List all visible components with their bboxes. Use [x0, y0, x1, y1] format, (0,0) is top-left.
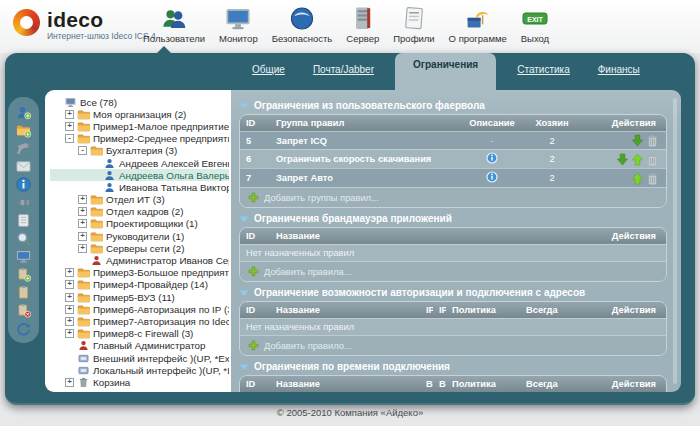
tree-item[interactable]: +Руководители (1)	[50, 230, 229, 242]
folder-icon	[77, 316, 90, 327]
tree-item[interactable]: Андреев Алексей Евгеньевич	[50, 157, 229, 169]
tab-статистика[interactable]: Статистика	[517, 64, 570, 75]
expand-toggle-icon[interactable]: +	[65, 317, 74, 326]
expand-toggle-icon[interactable]: +	[65, 110, 74, 119]
folder-icon	[77, 109, 90, 120]
tree-item[interactable]: Иванова Татьяна Викторована	[50, 181, 229, 193]
expand-toggle-icon[interactable]: +	[78, 219, 87, 228]
trash-node-icon	[77, 377, 90, 388]
add-rule-link[interactable]: Добавить правило...	[240, 335, 666, 355]
tab-почта-jabber[interactable]: Почта/Jabber	[313, 64, 374, 75]
tree-item[interactable]: +Пример6-Авторизация по IP (3)	[50, 303, 229, 315]
tree-item[interactable]: +Пример8-с Firewall (3)	[50, 328, 229, 340]
tree-item[interactable]: +Пример5-ВУЗ (11)	[50, 291, 229, 303]
rule-owner-cell: 2	[524, 152, 580, 166]
refresh-icon[interactable]	[16, 321, 31, 336]
delete-icon[interactable]	[647, 153, 658, 166]
expand-toggle-icon[interactable]: +	[65, 305, 74, 314]
add-rule-link[interactable]: Добавить группы правил...	[240, 187, 666, 207]
tab-общие[interactable]: Общие	[252, 64, 285, 75]
collapse-arrow-icon[interactable]	[239, 214, 249, 224]
collapse-toggle-icon[interactable]: -	[65, 134, 74, 143]
add-user-icon[interactable]	[16, 105, 31, 120]
delete-icon[interactable]	[647, 134, 658, 147]
rule-row[interactable]: 5Запрет ICQ-2	[240, 131, 666, 149]
active-nav-notch	[157, 46, 171, 53]
tab-ограничения[interactable]: Ограничения	[395, 53, 496, 90]
rule-name-cell: Запрет Авто	[270, 171, 460, 185]
monitor-icon[interactable]	[16, 249, 31, 264]
collapse-toggle-icon[interactable]: -	[78, 146, 87, 155]
tree-item[interactable]: Главный Администратор	[50, 340, 229, 352]
copy-add-icon[interactable]	[16, 267, 31, 282]
list-icon[interactable]	[16, 213, 31, 228]
tree-item[interactable]: +Пример1-Малое предприятие	[50, 120, 229, 132]
tree-item[interactable]: +Проектировщики (1)	[50, 218, 229, 230]
delete-icon[interactable]	[16, 303, 31, 318]
tree-item[interactable]: +Пример4-Провайдер (14)	[50, 279, 229, 291]
tree-item[interactable]: Внешний интерфейс )(UP, *External, Ether…	[50, 352, 229, 364]
tree-item[interactable]: +Отдел ИТ (3)	[50, 194, 229, 206]
move-up-icon[interactable]	[632, 172, 643, 185]
expand-toggle-icon[interactable]: +	[78, 195, 87, 204]
restriction-section: Ограничения из пользовательского фаервол…	[239, 100, 667, 208]
nav-item-server[interactable]: Сервер	[339, 6, 386, 44]
expand-toggle-icon[interactable]: +	[78, 207, 87, 216]
rule-row[interactable]: 7Запрет Авто2	[240, 168, 666, 187]
delete-icon[interactable]	[647, 172, 658, 185]
app-header: ideco Интернет-шлюз Ideco ICS 4 Пользова…	[0, 0, 700, 53]
nav-item-exit[interactable]: EXITВыход	[514, 6, 556, 44]
tree-item[interactable]: -Бухгалтерия (3)	[50, 145, 229, 157]
move-down-icon[interactable]	[617, 153, 628, 166]
nav-item-security[interactable]: Безопасность	[265, 6, 340, 44]
tree-item-label: Отдел ИТ (3)	[106, 194, 165, 205]
expand-toggle-icon[interactable]: +	[65, 378, 74, 387]
mail-icon[interactable]	[16, 159, 31, 174]
tree-item[interactable]: +Отдел кадров (2)	[50, 206, 229, 218]
tree-item[interactable]: +Пример3-Большое предприятие (18)	[50, 267, 229, 279]
tab-финансы[interactable]: Финансы	[598, 64, 640, 75]
expand-toggle-icon[interactable]: +	[65, 280, 74, 289]
tree-item[interactable]: Все (78)	[50, 96, 229, 108]
section-title: Ограничения по времени подключения	[254, 361, 450, 372]
nav-item-about[interactable]: О программе	[442, 6, 514, 44]
tree-item[interactable]: -Пример2-Среднее предприятие (13)	[50, 133, 229, 145]
info-icon[interactable]	[16, 177, 31, 192]
move-up-icon[interactable]	[632, 153, 643, 166]
expand-toggle-icon[interactable]: +	[65, 293, 74, 302]
paste-icon[interactable]	[16, 285, 31, 300]
tree-item[interactable]: Андреева Ольга Валерьевна	[50, 169, 229, 181]
collapse-arrow-icon[interactable]	[239, 288, 249, 298]
tree-item[interactable]: +Пример7-Авторизация по IdecoAgent (3)	[50, 315, 229, 327]
nav-item-label: Пользователи	[143, 33, 205, 44]
collapse-arrow-icon[interactable]	[239, 101, 249, 111]
tool-icon[interactable]	[16, 141, 31, 156]
expand-toggle-icon[interactable]: +	[65, 268, 74, 277]
column-header: Время, с	[420, 377, 433, 391]
nav-item-monitor[interactable]: Монитор	[212, 6, 265, 44]
nav-item-users[interactable]: Пользователи	[136, 6, 212, 44]
tree-item[interactable]: +Моя организация (2)	[50, 108, 229, 120]
move-down-icon[interactable]	[632, 134, 643, 147]
add-rule-link[interactable]: Добавить правила...	[240, 261, 666, 281]
expand-toggle-icon[interactable]: +	[65, 122, 74, 131]
collapse-arrow-icon[interactable]	[239, 362, 249, 372]
tree-item-label: Пример4-Провайдер (14)	[93, 279, 208, 290]
tree-item[interactable]: +Серверы сети (2)	[50, 242, 229, 254]
tree-item[interactable]: Администратор Иванов Сергей Юрьевич	[50, 254, 229, 266]
column-header: ID	[240, 377, 270, 391]
rule-row[interactable]: 6Ограничить скорость скачивания2	[240, 149, 666, 168]
expand-toggle-icon[interactable]: +	[78, 244, 87, 253]
expand-toggle-icon[interactable]: +	[65, 329, 74, 338]
search-icon[interactable]	[16, 231, 31, 246]
section-header: Ограничение возможности авторизации и по…	[239, 287, 667, 298]
nav-item-profiles[interactable]: Профили	[386, 6, 441, 44]
disconnect-icon[interactable]	[16, 195, 31, 210]
add-folder-icon[interactable]	[16, 123, 31, 138]
column-header: ID	[240, 116, 270, 130]
rules-table: IDНазваниеДействияНет назначенных правил…	[239, 227, 667, 282]
tree-item[interactable]: Локальный интерфейс )(UP, *Local, Ethern…	[50, 364, 229, 376]
expand-toggle-icon[interactable]: +	[78, 232, 87, 241]
tree-item[interactable]: +Корзина	[50, 376, 229, 388]
folder-icon	[77, 304, 90, 315]
